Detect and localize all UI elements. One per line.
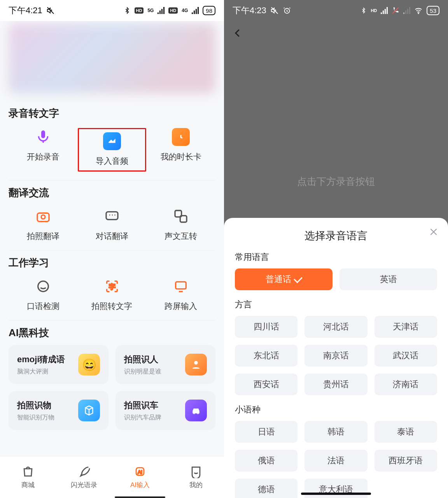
person-icon: [185, 354, 207, 375]
hd-badge: HD: [135, 7, 144, 14]
phone-right: 下午4:23 HD 53 点击下方录音按钮 选择录音语言 常用语言 普通话 英语…: [224, 0, 448, 498]
bag-icon: [21, 465, 35, 478]
tile-label: 拍照转文字: [91, 301, 132, 312]
group-common-label: 常用语言: [235, 251, 437, 263]
nav-mine[interactable]: 我的: [168, 456, 224, 498]
photo-ocr-button[interactable]: 字 拍照转文字: [78, 277, 146, 312]
signal-icon-2: [192, 7, 199, 14]
card-title: 拍照识人: [124, 354, 161, 365]
photo-identify-object-card[interactable]: 拍照识物智能识别万物: [9, 391, 108, 430]
lang-chip[interactable]: 德语: [235, 479, 298, 498]
back-button[interactable]: [232, 27, 243, 39]
photo-translate-button[interactable]: 拍照翻译: [9, 207, 77, 242]
nav-ai-input[interactable]: AI AI输入: [112, 456, 168, 498]
lang-chip[interactable]: 意大利语: [304, 479, 367, 498]
dialog-translate-button[interactable]: 对话翻译: [78, 207, 146, 242]
section-title-recording: 录音转文字: [0, 101, 224, 126]
emoji-icon: 😄: [78, 354, 100, 375]
status-time: 下午4:21: [9, 5, 42, 16]
lang-chip[interactable]: 河北话: [304, 316, 367, 338]
voice-text-swap-button[interactable]: 声文互转: [147, 207, 215, 242]
svg-rect-0: [41, 130, 45, 138]
import-audio-button[interactable]: 导入音频: [78, 128, 146, 172]
lang-chip[interactable]: 西班牙语: [374, 450, 437, 472]
signal-icon: [158, 7, 164, 14]
svg-point-9: [194, 361, 198, 365]
photo-identify-car-card[interactable]: 拍照识车识别汽车品牌: [116, 391, 215, 430]
start-record-button[interactable]: 开始录音: [9, 128, 77, 172]
ai-icon: AI: [133, 465, 147, 478]
lang-chip[interactable]: 四川话: [235, 316, 298, 338]
tile-label: 对话翻译: [96, 231, 128, 242]
home-indicator[interactable]: [301, 493, 371, 495]
svg-point-10: [193, 413, 195, 414]
lang-chip[interactable]: 日语: [235, 421, 298, 443]
lang-chip[interactable]: 济南话: [374, 374, 437, 395]
card-sub: 识别明星是谁: [124, 368, 161, 376]
cross-screen-button[interactable]: 跨屏输入: [147, 277, 215, 312]
svg-point-6: [38, 281, 48, 292]
lang-chip[interactable]: 法语: [304, 450, 367, 472]
photo-identify-person-card[interactable]: 拍照识人识别明星是谁: [116, 345, 215, 384]
group-minor-label: 小语种: [235, 404, 437, 416]
lang-chip[interactable]: 天津话: [374, 316, 437, 338]
lang-chip-mandarin[interactable]: 普通话: [235, 268, 332, 290]
lang-chip[interactable]: 东北话: [235, 345, 298, 366]
nav-label: 闪光语录: [71, 480, 97, 489]
mic-icon: [34, 128, 52, 146]
record-hint-text: 点击下方录音按钮: [224, 175, 448, 188]
svg-point-11: [197, 413, 199, 414]
camera-icon: [34, 207, 52, 225]
tile-label: 开始录音: [27, 151, 60, 162]
signal-weak-icon: [403, 7, 410, 14]
nav-label: 我的: [189, 480, 203, 489]
lang-chip[interactable]: 泰语: [374, 421, 437, 443]
net-4g: 4G: [182, 8, 188, 13]
header-banner[interactable]: [9, 23, 215, 93]
hd-badge-2: HD: [168, 7, 178, 14]
language-sheet: 选择录音语言 常用语言 普通话 英语 方言 四川话 河北话 天津话 东北话 南京…: [224, 218, 448, 498]
emoji-idiom-card[interactable]: emoji猜成语脑洞大评测 😄: [9, 345, 108, 384]
card-title: emoji猜成语: [17, 354, 65, 365]
signal-icon: [381, 7, 388, 14]
card-sub: 脑洞大评测: [17, 368, 65, 376]
lang-chip[interactable]: 俄语: [235, 450, 298, 472]
close-icon: [429, 227, 439, 237]
card-sub: 智能识别万物: [17, 414, 54, 422]
close-button[interactable]: [429, 226, 439, 240]
alarm-icon: [283, 6, 291, 15]
lang-chip[interactable]: 武汉话: [374, 345, 437, 366]
phone-left: 下午4:21 HD 5G HD 4G 98 录音转文字 开始录音: [0, 0, 224, 498]
cube-icon: [78, 400, 100, 421]
nav-store[interactable]: 商城: [0, 456, 56, 498]
svg-point-2: [41, 215, 45, 219]
lang-chip[interactable]: 南京话: [304, 345, 367, 366]
lang-chip[interactable]: 贵州话: [304, 374, 367, 395]
main-scroll[interactable]: 录音转文字 开始录音 导入音频 我的时长卡 翻译交流: [0, 21, 224, 498]
swap-icon: [172, 207, 190, 225]
nav-label: AI输入: [130, 480, 150, 489]
nav-label: 商城: [21, 480, 35, 489]
lang-chip[interactable]: 韩语: [304, 421, 367, 443]
lang-chip-english[interactable]: 英语: [340, 268, 437, 290]
mute-icon: [270, 6, 279, 15]
ocr-icon: 字: [103, 277, 121, 295]
tile-label: 我的时长卡: [161, 151, 201, 162]
tile-label: 口语检测: [27, 301, 60, 312]
svg-text:字: 字: [108, 283, 115, 291]
time-card-button[interactable]: 我的时长卡: [147, 128, 215, 172]
smile-icon: [189, 465, 203, 478]
status-time: 下午4:23: [233, 5, 266, 16]
screen-icon: [172, 277, 190, 295]
sheet-title: 选择录音语言: [235, 229, 437, 243]
folder-icon: [103, 132, 121, 150]
lang-chip[interactable]: 西安话: [235, 374, 298, 395]
nav-quotes[interactable]: 闪光语录: [56, 456, 112, 498]
speech-test-button[interactable]: 口语检测: [9, 277, 77, 312]
bluetooth-icon: [124, 6, 131, 15]
tile-label: 声文互转: [164, 231, 197, 242]
status-bar: 下午4:23 HD 53: [224, 0, 448, 21]
section-title-work: 工作学习: [0, 251, 224, 275]
mute-icon: [46, 6, 55, 15]
wifi-icon: [414, 6, 423, 15]
